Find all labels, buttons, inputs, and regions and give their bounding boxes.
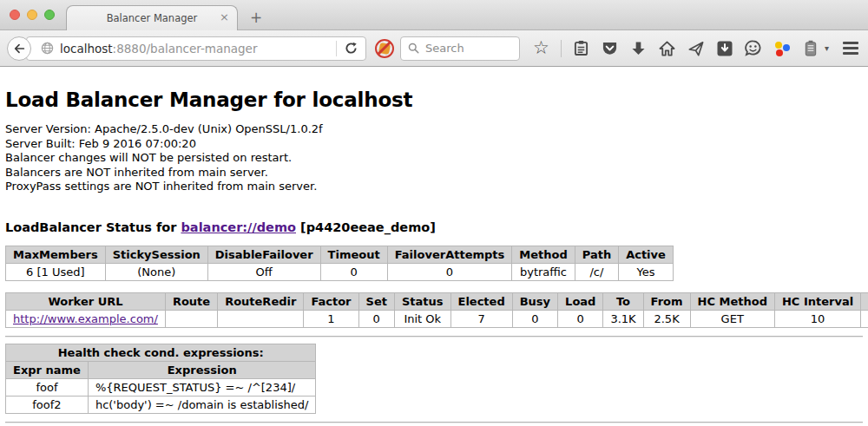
proxypass-notice-line: ProxyPass settings are NOT inherited fro… [5, 180, 863, 194]
health-table-title: Health check cond. expressions: [6, 344, 316, 361]
cell-maxmembers: 6 [1 Used] [6, 263, 106, 280]
url-text[interactable]: localhost:8880/balancer-manager [60, 42, 336, 56]
health-check-table: Health check cond. expressions: Expr nam… [5, 344, 316, 414]
window-close-button[interactable] [10, 10, 20, 20]
cell-busy: 0 [512, 310, 557, 327]
home-button[interactable] [658, 39, 676, 58]
cell-active: Yes [619, 263, 674, 280]
browser-window: Balancer Manager × + localhost:8880/bala… [0, 0, 868, 426]
table-row: 6 [1 Used] (None) Off 0 0 bytraffic /c/ … [6, 263, 674, 280]
cell-elected: 7 [450, 310, 512, 327]
tab-close-icon[interactable]: × [220, 11, 229, 23]
window-minimize-button[interactable] [27, 10, 37, 20]
download-box-button[interactable] [715, 39, 733, 58]
toolbar-divider [561, 40, 562, 57]
worker-url-link[interactable]: http://www.example.com/ [13, 312, 158, 325]
tab-balancer-manager[interactable]: Balancer Manager × [66, 5, 238, 30]
send-page-button[interactable] [687, 39, 705, 58]
traffic-lights [10, 10, 55, 20]
toolbar-icons: ☆ [532, 39, 829, 58]
download-box-icon [717, 41, 733, 56]
reload-icon [345, 42, 358, 55]
column-header: HC Method [690, 292, 774, 310]
column-header: Timeout [320, 246, 387, 263]
column-header: Passes [861, 292, 868, 310]
section-divider [5, 336, 863, 338]
table-row: http://www.example.com/ 1 0 Init Ok 7 0 … [6, 310, 868, 327]
clipboard-button[interactable] [572, 39, 590, 58]
column-header: MaxMembers [6, 246, 106, 263]
column-header: DisableFailover [207, 246, 320, 263]
column-header: Status [394, 292, 450, 310]
download-arrow-icon [631, 41, 646, 56]
column-header: From [643, 292, 690, 310]
bookmark-star-button[interactable]: ☆ [532, 39, 550, 58]
loadbalancer-status-heading: LoadBalancer Status for balancer://demo … [5, 220, 863, 234]
cell-path: /c/ [575, 263, 618, 280]
cell-stickysession: (None) [105, 263, 207, 280]
window-zoom-button[interactable] [44, 10, 55, 20]
column-header: StickySession [105, 246, 207, 263]
cell-expr-name: foof2 [6, 396, 89, 413]
cell-passes: 1 (0) [861, 310, 868, 327]
inherit-notice-line: Balancers are NOT inherited from main se… [5, 166, 863, 180]
home-icon [659, 41, 675, 56]
server-built-line: Server Built: Feb 9 2016 07:00:20 [5, 137, 863, 152]
table-title-row: Health check cond. expressions: [6, 344, 316, 361]
table-row: foof2 hc('body') =~ /domain is establish… [6, 396, 316, 413]
balancer-demo-link[interactable]: balancer://demo [181, 220, 296, 234]
emoji-button[interactable] [744, 39, 762, 58]
paper-plane-icon [688, 41, 704, 56]
cell-set: 0 [358, 310, 394, 327]
search-icon [408, 43, 419, 54]
battery-panel-icon [805, 40, 817, 56]
clipboard-icon [574, 40, 589, 56]
downloads-button[interactable] [629, 39, 648, 58]
server-version-line: Server Version: Apache/2.5.0-dev (Unix) … [5, 122, 863, 137]
back-arrow-icon [12, 42, 26, 56]
page-content: Load Balancer Manager for localhost Serv… [0, 67, 868, 426]
search-input[interactable]: Search [400, 36, 520, 61]
column-header: Elected [450, 292, 512, 310]
cell-route [165, 310, 217, 327]
overflow-caret-icon[interactable]: ▾ [825, 43, 829, 53]
pocket-button[interactable] [601, 39, 619, 58]
persist-notice-line: Balancer changes will NOT be persisted o… [5, 151, 863, 166]
colored-dots-icon [774, 41, 790, 56]
search-placeholder: Search [425, 42, 464, 55]
navigation-toolbar: localhost:8880/balancer-manager Search ☆ [0, 30, 868, 67]
column-header: Factor [304, 292, 358, 310]
pocket-icon [602, 41, 618, 56]
cell-factor: 1 [304, 310, 358, 327]
table-row: foof %{REQUEST_STATUS} =~ /^[234]/ [6, 378, 316, 396]
new-tab-button[interactable]: + [250, 10, 262, 25]
table-header-row: Worker URL Route RouteRedir Factor Set S… [6, 292, 868, 310]
page-title: Load Balancer Manager for localhost [5, 88, 863, 111]
url-domain: localhost [60, 42, 113, 56]
cell-expression: %{REQUEST_STATUS} =~ /^[234]/ [88, 378, 316, 396]
cell-failoverattempts: 0 [387, 263, 512, 280]
reload-button[interactable] [337, 42, 365, 55]
colored-dots-extension-button[interactable] [773, 39, 791, 58]
cell-method: bytraffic [512, 263, 575, 280]
column-header: Set [358, 292, 394, 310]
column-header: HC Interval [774, 292, 860, 310]
cell-timeout: 0 [320, 263, 387, 280]
noscript-blocked-icon[interactable] [375, 39, 394, 58]
cell-disablefailover: Off [207, 263, 320, 280]
cell-to: 3.1K [603, 310, 643, 327]
smiley-icon [745, 40, 761, 56]
url-bar[interactable]: localhost:8880/balancer-manager [26, 36, 366, 61]
back-button[interactable] [7, 36, 31, 61]
panel-extension-button[interactable] [801, 39, 819, 58]
balancer-settings-table: MaxMembers StickySession DisableFailover… [5, 246, 674, 281]
column-header: Path [575, 246, 618, 263]
column-header: RouteRedir [218, 292, 304, 310]
column-header: Busy [512, 292, 557, 310]
cell-routeredir [218, 310, 304, 327]
cell-hc-interval: 10 [774, 310, 860, 327]
star-icon: ☆ [533, 39, 549, 57]
menu-button[interactable] [843, 42, 858, 55]
cell-hc-method: GET [690, 310, 774, 327]
server-info: Server Version: Apache/2.5.0-dev (Unix) … [5, 122, 863, 194]
